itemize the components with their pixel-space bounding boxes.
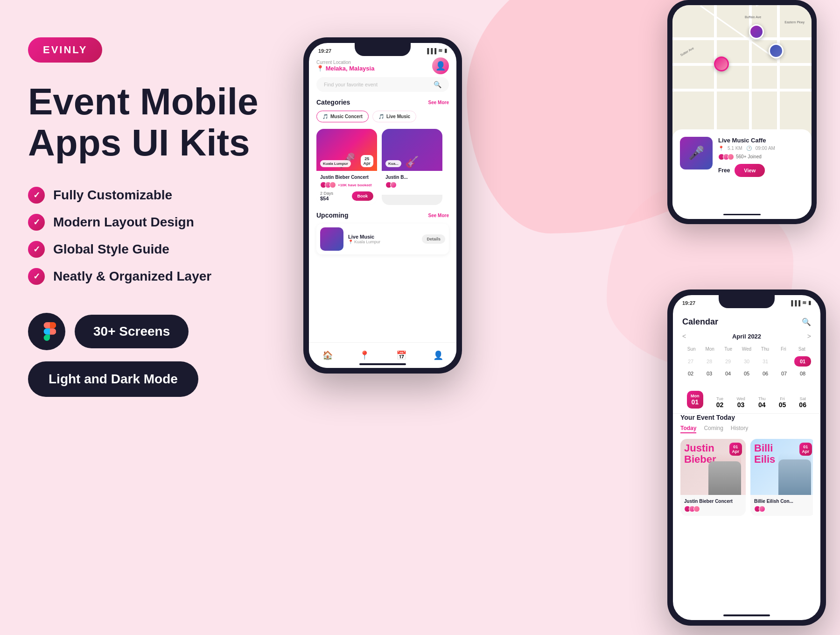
day-label-mon[interactable]: Mon 01 <box>687 391 703 409</box>
app-content: Current Location 📍 Melaka, Malaysia 👤 Fi… <box>309 57 456 254</box>
free-badge: Free <box>718 167 730 174</box>
map-label: Buffalo Ave <box>745 15 761 19</box>
status-icons-cal: ▐▐▐ ≋ ▮ <box>790 300 811 306</box>
day-label-sat[interactable]: Sat 06 <box>799 391 806 409</box>
cal-day[interactable]: 04 <box>720 368 736 379</box>
feature-item: ✓ Modern Layout Design <box>28 214 271 231</box>
home-indicator <box>359 363 406 365</box>
view-button[interactable]: View <box>735 164 765 177</box>
map-background: Buffalo Ave Eastern Pkwy Sutter Ave <box>672 5 812 134</box>
cal-day[interactable]: 06 <box>757 368 774 379</box>
booking-avatars-2 <box>385 182 397 188</box>
booking-info: +10K have booked! <box>320 182 373 188</box>
tab-coming[interactable]: Coming <box>704 425 723 433</box>
cal-day[interactable]: 28 <box>701 356 718 367</box>
details-button[interactable]: Details <box>422 234 445 244</box>
booking-text: +10K have booked! <box>338 183 372 187</box>
event-card-1[interactable]: 🎤 Kuala Lumpur 25 Apr Justin Bieber Conc… <box>316 129 377 205</box>
event-card-2[interactable]: 🎸 Kua... Justin B... <box>382 129 442 205</box>
upcoming-name: Live Music <box>348 234 417 240</box>
status-icons: ▐▐▐ ≋ ▮ <box>426 48 447 54</box>
check-icon: ✓ <box>28 268 45 285</box>
booking-info-2 <box>385 182 439 188</box>
day-label-tue[interactable]: Tue 02 <box>716 391 724 409</box>
next-month-button[interactable]: > <box>807 332 811 340</box>
jb-avatars <box>684 506 742 512</box>
cal-day[interactable]: 08 <box>794 368 811 379</box>
avatar <box>693 506 700 512</box>
location-value: 📍 Melaka, Malaysia <box>316 65 374 72</box>
cal-title-row: Calendar 🔍 <box>682 317 811 327</box>
nav-calendar[interactable]: 📅 <box>396 350 406 360</box>
tab-history[interactable]: History <box>731 425 748 433</box>
road <box>672 63 812 66</box>
music-icon: 🎵 <box>378 114 384 119</box>
road-diagonal <box>700 5 777 60</box>
nav-location[interactable]: 📍 <box>359 350 370 360</box>
category-music-concert[interactable]: 🎵 Music Concert <box>316 111 369 122</box>
cal-day[interactable] <box>776 356 792 367</box>
road <box>749 5 752 134</box>
check-icon: ✓ <box>28 241 45 258</box>
cal-day[interactable]: 27 <box>682 356 699 367</box>
upcoming-item[interactable]: Live Music 📍 Kuala Lumpur Details <box>316 224 449 254</box>
see-more-categories[interactable]: See More <box>428 100 449 105</box>
time-display: 19:27 <box>318 48 331 54</box>
billie-title: BilliEilis <box>754 443 775 465</box>
map-label: Eastern Pkwy <box>784 21 805 24</box>
cal-search-icon[interactable]: 🔍 <box>802 318 811 326</box>
cal-day[interactable]: 05 <box>738 368 755 379</box>
venue-time: 09:00 AM <box>756 146 775 151</box>
cal-day[interactable]: 29 <box>720 356 736 367</box>
see-more-upcoming[interactable]: See More <box>428 213 449 218</box>
search-bar[interactable]: Find your favorite event 🔍 <box>316 77 449 92</box>
cal-day[interactable]: 30 <box>738 356 755 367</box>
venue-joined: 560+ Joined <box>718 154 804 160</box>
event-card-image-billie: BilliEilis 01Apr <box>750 439 813 495</box>
cal-day[interactable]: 02 <box>682 368 699 379</box>
badges-row: 30+ Screens <box>28 313 271 350</box>
phone-calendar: 19:27 ▐▐▐ ≋ ▮ Calendar 🔍 < April 2022 > <box>667 289 826 626</box>
days-label: 2 Days <box>320 191 333 196</box>
figma-badge <box>28 313 65 350</box>
screens-badge: 30+ Screens <box>75 315 189 348</box>
road <box>672 37 812 40</box>
cal-days-header: Sun Mon Tue Wed Thu Fri Sat <box>682 345 811 353</box>
tab-today[interactable]: Today <box>680 425 696 433</box>
user-avatar[interactable]: 👤 <box>432 57 449 74</box>
cal-day-active[interactable]: 01 <box>794 356 811 367</box>
brand-badge: EVINLY <box>28 37 102 63</box>
event-card-billie[interactable]: BilliEilis 01Apr Billie Eilish Con... <box>750 439 813 516</box>
day-label-fri[interactable]: Fri 05 <box>779 391 786 409</box>
day-label-wed[interactable]: Wed 03 <box>736 391 745 409</box>
event-info-1: Justin Bieber Concert +10K have booked! <box>316 171 377 205</box>
cal-day[interactable]: 31 <box>757 356 774 367</box>
event-card-justin[interactable]: JustinBieber 01Apr Justin Bieber Concert <box>680 439 746 516</box>
your-event-section: Your Event Today Today Coming History Ju… <box>673 414 820 516</box>
phone-main: 19:27 ▐▐▐ ≋ ▮ Current Location 📍 Melaka,… <box>303 37 462 374</box>
figma-icon <box>37 322 56 341</box>
cal-day[interactable]: 03 <box>701 368 718 379</box>
map-pin-3 <box>769 43 784 58</box>
pin-icon: 📍 <box>316 65 324 72</box>
cal-month-nav: < April 2022 > <box>682 332 811 340</box>
category-live-music[interactable]: 🎵 Live Music <box>372 111 416 122</box>
venue-actions: Free View <box>718 164 804 177</box>
your-event-title: Your Event Today <box>680 414 813 421</box>
upcoming-title: Upcoming <box>316 212 348 219</box>
nav-profile[interactable]: 👤 <box>433 350 443 360</box>
wifi-icon: ≋ <box>802 300 806 306</box>
distance-icon: 📍 <box>718 146 724 151</box>
book-button[interactable]: Book <box>352 191 374 201</box>
prev-month-button[interactable]: < <box>682 332 686 340</box>
day-label-thu[interactable]: Thu 04 <box>758 391 766 409</box>
phone-notch <box>355 43 411 56</box>
location-label: Current Location <box>316 60 374 65</box>
signal-icon: ▐▐▐ <box>426 48 436 54</box>
map-screen: Buffalo Ave Eastern Pkwy Sutter Ave 🎤 Li… <box>672 5 812 219</box>
event-date-chip-billie: 01Apr <box>799 443 812 456</box>
event-cards-row: JustinBieber 01Apr Justin Bieber Concert <box>680 439 813 516</box>
feature-item: ✓ Global Style Guide <box>28 241 271 258</box>
nav-home[interactable]: 🏠 <box>322 350 333 360</box>
cal-day[interactable]: 07 <box>776 368 792 379</box>
